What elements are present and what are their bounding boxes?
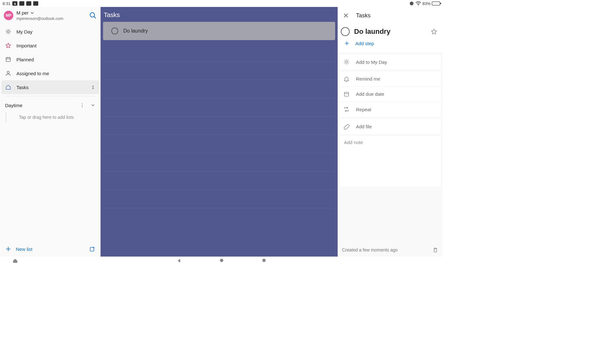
add-to-my-day-button[interactable]: Add to My Day: [340, 54, 441, 70]
more-vertical-icon[interactable]: [80, 103, 85, 108]
repeat-button[interactable]: Repeat: [340, 102, 441, 117]
attachment-icon: [343, 123, 350, 130]
divider: [5, 96, 95, 96]
upload-icon: [26, 1, 31, 6]
svg-point-4: [7, 31, 9, 33]
detail-header-title: Tasks: [356, 12, 371, 19]
star-icon: [5, 42, 11, 49]
svg-line-9: [6, 30, 7, 30]
note-placeholder: Add note: [344, 140, 363, 145]
home-icon: [5, 84, 11, 90]
avatar: MP: [4, 11, 13, 20]
note-input[interactable]: Add note: [340, 136, 441, 186]
calendar-icon: [5, 56, 11, 63]
battery-icon: [432, 2, 440, 5]
svg-line-38: [348, 60, 348, 61]
group-name: Daytime: [5, 103, 22, 108]
svg-line-11: [6, 33, 7, 33]
svg-point-17: [7, 71, 9, 73]
svg-line-37: [345, 63, 345, 64]
svg-point-18: [82, 103, 83, 104]
svg-rect-13: [6, 58, 10, 62]
list-group[interactable]: Daytime: [0, 98, 101, 112]
bell-icon: [343, 76, 350, 82]
nav-recent-icon[interactable]: [262, 258, 266, 263]
account-email: mperenson@outlook.com: [16, 16, 63, 21]
svg-line-12: [9, 30, 10, 30]
trash-icon: [432, 247, 438, 253]
nav-back-icon[interactable]: [176, 258, 181, 263]
svg-line-3: [94, 16, 96, 18]
person-icon: [5, 70, 11, 76]
created-timestamp: Created a few moments ago: [342, 247, 398, 252]
repeat-icon: [343, 106, 350, 112]
new-list-button[interactable]: New list: [5, 246, 33, 252]
important-toggle[interactable]: [431, 28, 438, 35]
new-group-icon: [89, 246, 95, 252]
svg-point-30: [346, 61, 348, 63]
svg-point-41: [220, 259, 224, 262]
complete-checkbox[interactable]: [341, 27, 350, 36]
add-file-button[interactable]: Add file: [340, 119, 441, 134]
sidebar-item-label: Tasks: [16, 85, 28, 90]
system-nav-bar: [0, 257, 443, 265]
svg-point-19: [82, 105, 83, 106]
svg-rect-42: [262, 259, 265, 262]
sidebar-item-label: Planned: [16, 57, 34, 62]
nav-home-icon[interactable]: [12, 258, 18, 264]
new-group-button[interactable]: [89, 246, 95, 252]
sidebar-item-my-day[interactable]: My Day: [0, 25, 101, 39]
task-count: 1: [92, 85, 95, 90]
svg-point-20: [82, 106, 83, 107]
group-empty-hint[interactable]: Tap or drag here to add lists: [6, 112, 101, 122]
row-label: Add due date: [356, 91, 384, 97]
add-due-date-button[interactable]: Add due date: [340, 87, 441, 102]
sidebar-item-label: My Day: [16, 29, 33, 34]
sun-icon: [5, 28, 11, 35]
svg-point-2: [90, 13, 95, 17]
sidebar-item-assigned[interactable]: Assigned to me: [0, 66, 101, 80]
sun-icon: [343, 59, 350, 65]
close-icon[interactable]: [343, 12, 349, 19]
svg-point-1: [418, 5, 419, 5]
plus-icon: [344, 40, 350, 46]
search-button[interactable]: [89, 12, 97, 19]
task-title: Do laundry: [123, 28, 148, 34]
sidebar-item-planned[interactable]: Planned: [0, 52, 101, 66]
svg-line-35: [345, 60, 345, 61]
status-time: 8:31: [3, 1, 10, 6]
account-name: M per: [16, 10, 28, 15]
chat-icon: [33, 1, 38, 6]
row-label: Add to My Day: [356, 59, 387, 65]
row-label: Add file: [356, 124, 372, 129]
sidebar-item-important[interactable]: Important: [0, 39, 101, 52]
chevron-down-icon[interactable]: [90, 103, 95, 108]
plus-icon: [5, 246, 11, 252]
svg-rect-23: [90, 247, 94, 251]
wifi-icon: [415, 1, 421, 6]
complete-checkbox[interactable]: [111, 27, 118, 34]
search-icon: [89, 12, 97, 19]
task-name[interactable]: Do laundry: [354, 27, 426, 36]
sidebar-item-label: Assigned to me: [16, 71, 49, 76]
delete-task-button[interactable]: [432, 247, 438, 253]
sidebar: MP M per mperenson@outlook.com: [0, 7, 101, 257]
nav-home-circle-icon[interactable]: [219, 258, 224, 263]
row-label: Remind me: [356, 76, 380, 82]
sidebar-item-tasks[interactable]: Tasks 1: [1, 80, 99, 94]
account-switcher[interactable]: MP M per mperenson@outlook.com: [0, 7, 101, 23]
svg-point-0: [410, 2, 414, 5]
row-label: Repeat: [356, 107, 371, 112]
amazon-appstore-icon: a: [12, 1, 17, 6]
new-list-label: New list: [16, 246, 33, 252]
remind-me-button[interactable]: Remind me: [340, 71, 441, 87]
star-outline-icon: [431, 28, 438, 35]
list-title: Tasks: [103, 7, 335, 22]
status-bar: 8:31 a 83%: [0, 0, 443, 7]
sidebar-item-label: Important: [16, 43, 36, 48]
task-row[interactable]: Do laundry: [103, 22, 335, 40]
add-step-button[interactable]: Add step: [341, 36, 438, 51]
chevron-down-icon: [30, 11, 34, 15]
task-detail-pane: Tasks Do laundry Add step A: [338, 7, 443, 257]
add-step-label: Add step: [355, 41, 374, 46]
